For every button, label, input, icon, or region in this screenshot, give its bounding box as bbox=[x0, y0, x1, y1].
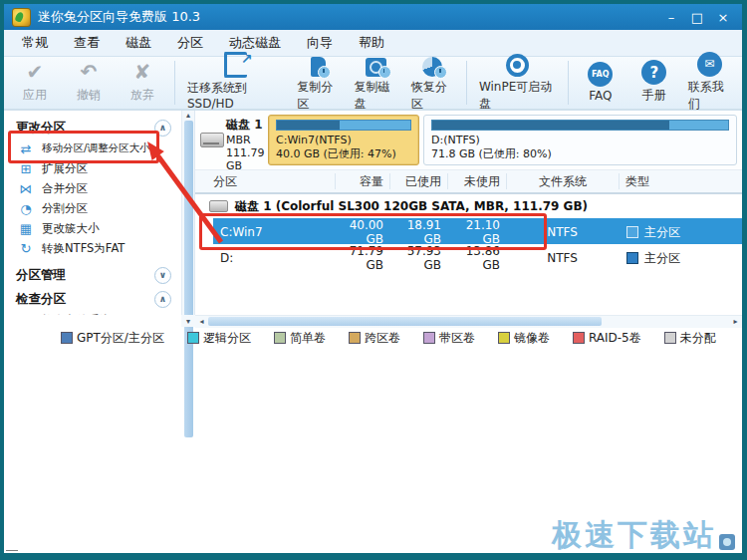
window-controls: – □ × bbox=[660, 8, 734, 26]
convert-icon: ↻ bbox=[18, 241, 34, 256]
menu-view[interactable]: 查看 bbox=[61, 30, 113, 56]
col-partition[interactable]: 分区 bbox=[195, 173, 335, 189]
sidebar-item-merge-partition[interactable]: ⋈ 合并分区 bbox=[4, 178, 181, 198]
cell-type: 主分区 bbox=[619, 250, 742, 267]
migrate-os-button[interactable]: ↗ 迁移系统到SSD/HD bbox=[180, 53, 290, 113]
cell-used: 18.91 GB bbox=[389, 218, 447, 246]
menu-disk[interactable]: 磁盘 bbox=[113, 30, 164, 56]
recover-partition-label: 恢复分区 bbox=[411, 79, 454, 113]
faq-button[interactable]: FAQ FAQ bbox=[574, 62, 627, 105]
manual-button[interactable]: ? 手册 bbox=[627, 60, 681, 106]
discard-label: 放弃 bbox=[130, 87, 154, 104]
copy-disk-label: 复制磁盘 bbox=[354, 79, 396, 113]
vertical-scrollbar[interactable]: ▴ bbox=[181, 111, 195, 315]
horizontal-scrollbar[interactable]: ◂ ▸ bbox=[195, 315, 742, 328]
disk-map: 磁盘 1 MBR 111.79 GB C:Win7(NTFS) 40.0 GB … bbox=[195, 111, 742, 170]
minimize-button[interactable]: – bbox=[660, 8, 682, 26]
scroll-down-icon[interactable]: ▾ bbox=[181, 315, 195, 327]
undo-label: 撤销 bbox=[77, 87, 101, 104]
partition-block-d[interactable]: D:(NTFS) 71.8 GB (已使用: 80%) bbox=[423, 115, 737, 165]
menu-general[interactable]: 常规 bbox=[9, 30, 61, 56]
disk-info: 磁盘 1 MBR 111.79 GB bbox=[200, 115, 264, 165]
scrollbar-band: ▾ ◂ ▸ bbox=[4, 315, 742, 327]
undo-button[interactable]: ↶ 撤销 bbox=[62, 60, 116, 106]
sidebar-item-label: 分割分区 bbox=[42, 201, 88, 216]
sidebar-item-change-cluster-size[interactable]: ▦ 更改簇大小 bbox=[4, 218, 181, 238]
scroll-left-icon[interactable]: ◂ bbox=[195, 317, 208, 326]
sidebar-item-extend-partition[interactable]: ⊞ 扩展分区 bbox=[4, 158, 181, 178]
partition-block-c[interactable]: C:Win7(NTFS) 40.0 GB (已使用: 47%) bbox=[268, 115, 419, 165]
sidebar-item-label: 合并分区 bbox=[42, 181, 88, 196]
sidebar-item-split-partition[interactable]: ◔ 分割分区 bbox=[4, 198, 181, 218]
cell-type: 主分区 bbox=[619, 224, 742, 241]
apply-button[interactable]: ✔ 应用 bbox=[8, 60, 62, 106]
extend-icon: ⊞ bbox=[18, 161, 34, 176]
cell-unused: 21.10 GB bbox=[447, 218, 506, 246]
legend-swatch bbox=[274, 332, 286, 344]
close-button[interactable]: × bbox=[712, 8, 734, 26]
content-area: 更改分区 ∧ ⇄ 移动分区/调整分区大小 ⊞ 扩展分区 ⋈ 合并分区 ◔ 分割分… bbox=[4, 111, 742, 315]
scroll-up-icon[interactable]: ▴ bbox=[186, 111, 190, 120]
undo-icon: ↶ bbox=[81, 62, 98, 85]
winpe-label: WinPE可启动盘 bbox=[479, 79, 556, 113]
disk-group-row[interactable]: 磁盘 1 (Colorful SL300 120GB SATA, MBR, 11… bbox=[195, 194, 742, 218]
legend-item: RAID-5卷 bbox=[573, 330, 641, 347]
scroll-right-icon[interactable]: ▸ bbox=[729, 317, 742, 326]
partition-label: C:Win7(NTFS) bbox=[276, 134, 411, 147]
legend-swatch bbox=[498, 332, 510, 344]
discard-button[interactable]: ✘ 放弃 bbox=[116, 60, 169, 106]
contact-us-button[interactable]: ✉ 联系我们 bbox=[681, 52, 738, 115]
chevron-up-icon[interactable]: ∧ bbox=[154, 120, 171, 137]
cell-partition: C:Win7 bbox=[213, 225, 335, 239]
sidebar-item-convert-ntfs-to-fat[interactable]: ↻ 转换NTFS为FAT bbox=[4, 238, 181, 258]
maximize-button[interactable]: □ bbox=[686, 8, 708, 26]
table-row-c[interactable]: C:Win7 40.00 GB 18.91 GB 21.10 GB NTFS 主… bbox=[213, 218, 742, 244]
toolbar-separator bbox=[174, 61, 175, 105]
recover-partition-button[interactable]: 恢复分区 bbox=[404, 52, 461, 115]
hard-disk-icon bbox=[209, 200, 228, 212]
disk-group-label: 磁盘 1 (Colorful SL300 120GB SATA, MBR, 11… bbox=[235, 198, 588, 215]
cross-icon: ✘ bbox=[134, 62, 151, 85]
section-title: 更改分区 bbox=[16, 120, 66, 137]
col-file-system[interactable]: 文件系统 bbox=[506, 173, 619, 189]
table-row-d[interactable]: D: 71.79 GB 57.93 GB 13.86 GB NTFS 主分区 bbox=[213, 244, 742, 268]
col-used[interactable]: 已使用 bbox=[389, 173, 447, 189]
legend-swatch bbox=[423, 332, 435, 344]
merge-icon: ⋈ bbox=[18, 181, 34, 196]
cell-file-system: NTFS bbox=[506, 225, 619, 239]
scrollbar-thumb[interactable] bbox=[208, 317, 602, 326]
section-check-partition[interactable]: 检查分区 ∧ bbox=[4, 288, 181, 310]
disk-name: 磁盘 1 bbox=[226, 117, 264, 134]
title-bar: 迷你兔分区向导免费版 10.3 – □ × bbox=[4, 4, 742, 30]
check-icon: ✔ bbox=[27, 62, 44, 85]
legend-bar: GPT分区/主分区 逻辑分区 简单卷 跨区卷 带区卷 镜像卷 RAID-5卷 未… bbox=[4, 327, 742, 349]
hard-disk-icon bbox=[200, 133, 224, 147]
col-type[interactable]: 类型 bbox=[619, 173, 742, 189]
sidebar-item-move-resize-partition[interactable]: ⇄ 移动分区/调整分区大小 bbox=[4, 139, 181, 158]
legend-swatch bbox=[349, 332, 361, 344]
legend-item: 简单卷 bbox=[274, 330, 326, 347]
app-logo-icon bbox=[12, 8, 31, 27]
manual-label: 手册 bbox=[642, 87, 666, 104]
section-partition-management[interactable]: 分区管理 ∨ bbox=[4, 264, 181, 286]
legend-swatch bbox=[664, 332, 676, 344]
app-window: 迷你兔分区向导免费版 10.3 – □ × 常规 查看 磁盘 分区 动态磁盘 向… bbox=[0, 0, 747, 560]
chevron-down-icon[interactable]: ∨ bbox=[154, 267, 171, 284]
toolbar: ✔ 应用 ↶ 撤销 ✘ 放弃 ↗ 迁移系统到SSD/HD 复制分区 复制磁盘 恢… bbox=[4, 57, 742, 111]
copy-disk-icon bbox=[366, 54, 386, 77]
envelope-icon: ✉ bbox=[697, 54, 722, 77]
cell-partition: D: bbox=[213, 251, 335, 265]
copy-partition-button[interactable]: 复制分区 bbox=[290, 52, 347, 115]
question-icon: ? bbox=[641, 62, 666, 85]
migrate-os-label: 迁移系统到SSD/HD bbox=[187, 80, 283, 111]
copy-disk-button[interactable]: 复制磁盘 bbox=[347, 52, 403, 115]
col-unused[interactable]: 未使用 bbox=[447, 173, 506, 189]
col-capacity[interactable]: 容量 bbox=[335, 173, 389, 189]
copy-partition-label: 复制分区 bbox=[297, 79, 340, 113]
winpe-disc-icon bbox=[506, 54, 529, 77]
section-change-partition[interactable]: 更改分区 ∧ bbox=[4, 117, 181, 139]
chevron-up-icon[interactable]: ∧ bbox=[154, 291, 171, 308]
table-header: 分区 容量 已使用 未使用 文件系统 类型 bbox=[195, 170, 742, 194]
legend-item: 带区卷 bbox=[423, 330, 475, 347]
winpe-bootable-button[interactable]: WinPE可启动盘 bbox=[472, 52, 563, 115]
